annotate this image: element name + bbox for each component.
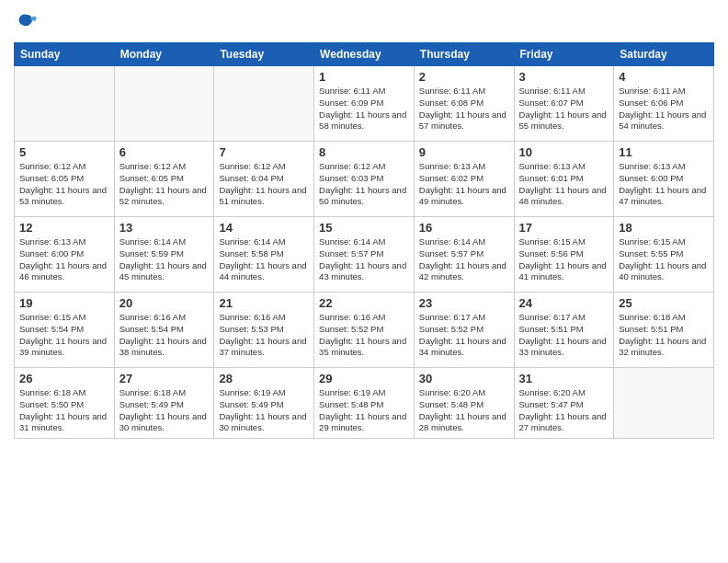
calendar-cell: 17Sunrise: 6:15 AM Sunset: 5:56 PM Dayli… <box>514 217 614 293</box>
day-info: Sunrise: 6:12 AM Sunset: 6:05 PM Dayligh… <box>19 161 109 208</box>
day-number: 31 <box>519 372 609 385</box>
day-info: Sunrise: 6:12 AM Sunset: 6:04 PM Dayligh… <box>219 161 309 208</box>
day-number: 23 <box>419 296 509 310</box>
day-info: Sunrise: 6:15 AM Sunset: 5:55 PM Dayligh… <box>619 236 709 283</box>
weekday-header-row: SundayMondayTuesdayWednesdayThursdayFrid… <box>15 43 714 66</box>
day-info: Sunrise: 6:11 AM Sunset: 6:08 PM Dayligh… <box>419 86 509 132</box>
calendar-cell: 28Sunrise: 6:19 AM Sunset: 5:49 PM Dayli… <box>214 368 314 439</box>
day-number: 9 <box>419 145 509 159</box>
calendar-cell <box>214 66 314 142</box>
day-info: Sunrise: 6:16 AM Sunset: 5:52 PM Dayligh… <box>319 312 409 359</box>
day-number: 28 <box>219 372 309 385</box>
weekday-header-wednesday: Wednesday <box>314 43 415 66</box>
day-number: 22 <box>319 296 409 310</box>
day-number: 15 <box>319 221 409 235</box>
day-info: Sunrise: 6:17 AM Sunset: 5:51 PM Dayligh… <box>519 312 609 359</box>
weekday-header-monday: Monday <box>114 43 214 66</box>
day-number: 13 <box>119 221 210 235</box>
day-info: Sunrise: 6:18 AM Sunset: 5:50 PM Dayligh… <box>19 387 109 434</box>
day-number: 12 <box>19 221 109 235</box>
calendar-cell: 21Sunrise: 6:16 AM Sunset: 5:53 PM Dayli… <box>214 293 314 368</box>
day-number: 17 <box>519 221 609 235</box>
calendar-cell: 4Sunrise: 6:11 AM Sunset: 6:06 PM Daylig… <box>614 66 714 142</box>
day-number: 6 <box>119 145 210 159</box>
calendar-cell: 24Sunrise: 6:17 AM Sunset: 5:51 PM Dayli… <box>514 293 614 368</box>
day-info: Sunrise: 6:11 AM Sunset: 6:07 PM Dayligh… <box>519 86 609 132</box>
weekday-header-saturday: Saturday <box>614 43 714 66</box>
calendar-cell: 5Sunrise: 6:12 AM Sunset: 6:05 PM Daylig… <box>15 142 115 217</box>
day-number: 18 <box>619 221 709 235</box>
day-info: Sunrise: 6:13 AM Sunset: 6:02 PM Dayligh… <box>419 161 509 208</box>
calendar-week-row: 12Sunrise: 6:13 AM Sunset: 6:00 PM Dayli… <box>15 217 714 293</box>
calendar-cell: 3Sunrise: 6:11 AM Sunset: 6:07 PM Daylig… <box>514 66 614 142</box>
day-number: 21 <box>219 296 309 310</box>
calendar-cell: 18Sunrise: 6:15 AM Sunset: 5:55 PM Dayli… <box>614 217 714 293</box>
day-info: Sunrise: 6:17 AM Sunset: 5:52 PM Dayligh… <box>419 312 509 359</box>
calendar-cell: 6Sunrise: 6:12 AM Sunset: 6:05 PM Daylig… <box>114 142 214 217</box>
day-info: Sunrise: 6:14 AM Sunset: 5:57 PM Dayligh… <box>419 236 509 283</box>
day-info: Sunrise: 6:14 AM Sunset: 5:57 PM Dayligh… <box>319 236 409 283</box>
calendar-cell: 1Sunrise: 6:11 AM Sunset: 6:09 PM Daylig… <box>314 66 415 142</box>
day-info: Sunrise: 6:16 AM Sunset: 5:54 PM Dayligh… <box>119 312 210 359</box>
day-info: Sunrise: 6:11 AM Sunset: 6:06 PM Dayligh… <box>619 86 709 132</box>
day-number: 29 <box>319 372 409 385</box>
calendar-cell: 7Sunrise: 6:12 AM Sunset: 6:04 PM Daylig… <box>214 142 314 217</box>
day-info: Sunrise: 6:15 AM Sunset: 5:56 PM Dayligh… <box>519 236 609 283</box>
day-number: 14 <box>219 221 309 235</box>
calendar-cell: 11Sunrise: 6:13 AM Sunset: 6:00 PM Dayli… <box>614 142 714 217</box>
calendar-cell <box>114 66 214 142</box>
day-number: 26 <box>19 372 109 385</box>
day-number: 8 <box>319 145 409 159</box>
day-info: Sunrise: 6:16 AM Sunset: 5:53 PM Dayligh… <box>219 312 309 359</box>
logo-bird-icon <box>14 9 40 35</box>
calendar-cell: 20Sunrise: 6:16 AM Sunset: 5:54 PM Dayli… <box>114 293 214 368</box>
day-number: 5 <box>19 145 109 159</box>
day-info: Sunrise: 6:13 AM Sunset: 6:01 PM Dayligh… <box>519 161 609 208</box>
day-number: 24 <box>519 296 609 310</box>
calendar-week-row: 5Sunrise: 6:12 AM Sunset: 6:05 PM Daylig… <box>15 142 714 217</box>
day-number: 7 <box>219 145 309 159</box>
day-info: Sunrise: 6:14 AM Sunset: 5:59 PM Dayligh… <box>119 236 210 283</box>
day-number: 30 <box>419 372 509 385</box>
calendar-week-row: 19Sunrise: 6:15 AM Sunset: 5:54 PM Dayli… <box>15 293 714 368</box>
day-info: Sunrise: 6:19 AM Sunset: 5:49 PM Dayligh… <box>219 387 309 434</box>
day-number: 11 <box>619 145 709 159</box>
calendar-cell: 29Sunrise: 6:19 AM Sunset: 5:48 PM Dayli… <box>314 368 415 439</box>
day-info: Sunrise: 6:13 AM Sunset: 6:00 PM Dayligh… <box>619 161 709 208</box>
day-number: 3 <box>519 70 609 84</box>
calendar-cell: 15Sunrise: 6:14 AM Sunset: 5:57 PM Dayli… <box>314 217 415 293</box>
calendar-cell: 19Sunrise: 6:15 AM Sunset: 5:54 PM Dayli… <box>15 293 115 368</box>
calendar-cell: 31Sunrise: 6:20 AM Sunset: 5:47 PM Dayli… <box>514 368 614 439</box>
day-info: Sunrise: 6:13 AM Sunset: 6:00 PM Dayligh… <box>19 236 109 283</box>
calendar-cell: 23Sunrise: 6:17 AM Sunset: 5:52 PM Dayli… <box>414 293 514 368</box>
day-number: 19 <box>19 296 109 310</box>
calendar-cell <box>15 66 115 142</box>
day-number: 27 <box>119 372 210 385</box>
day-number: 1 <box>319 70 409 84</box>
weekday-header-thursday: Thursday <box>414 43 514 66</box>
day-number: 2 <box>419 70 509 84</box>
calendar-cell: 8Sunrise: 6:12 AM Sunset: 6:03 PM Daylig… <box>314 142 415 217</box>
day-info: Sunrise: 6:14 AM Sunset: 5:58 PM Dayligh… <box>219 236 309 283</box>
logo <box>14 9 43 35</box>
calendar-cell: 27Sunrise: 6:18 AM Sunset: 5:49 PM Dayli… <box>114 368 214 439</box>
day-info: Sunrise: 6:11 AM Sunset: 6:09 PM Dayligh… <box>319 86 409 132</box>
weekday-header-sunday: Sunday <box>15 43 115 66</box>
calendar-cell: 25Sunrise: 6:18 AM Sunset: 5:51 PM Dayli… <box>614 293 714 368</box>
day-number: 16 <box>419 221 509 235</box>
day-info: Sunrise: 6:20 AM Sunset: 5:47 PM Dayligh… <box>519 387 609 434</box>
calendar-cell <box>614 368 714 439</box>
calendar-cell: 16Sunrise: 6:14 AM Sunset: 5:57 PM Dayli… <box>414 217 514 293</box>
calendar-cell: 13Sunrise: 6:14 AM Sunset: 5:59 PM Dayli… <box>114 217 214 293</box>
calendar-cell: 10Sunrise: 6:13 AM Sunset: 6:01 PM Dayli… <box>514 142 614 217</box>
day-number: 10 <box>519 145 609 159</box>
calendar-week-row: 26Sunrise: 6:18 AM Sunset: 5:50 PM Dayli… <box>15 368 714 439</box>
day-info: Sunrise: 6:18 AM Sunset: 5:49 PM Dayligh… <box>119 387 210 434</box>
day-number: 25 <box>619 296 709 310</box>
weekday-header-tuesday: Tuesday <box>214 43 314 66</box>
calendar-table: SundayMondayTuesdayWednesdayThursdayFrid… <box>14 42 714 439</box>
calendar-cell: 9Sunrise: 6:13 AM Sunset: 6:02 PM Daylig… <box>414 142 514 217</box>
day-number: 20 <box>119 296 210 310</box>
page: SundayMondayTuesdayWednesdayThursdayFrid… <box>0 0 728 563</box>
day-info: Sunrise: 6:18 AM Sunset: 5:51 PM Dayligh… <box>619 312 709 359</box>
